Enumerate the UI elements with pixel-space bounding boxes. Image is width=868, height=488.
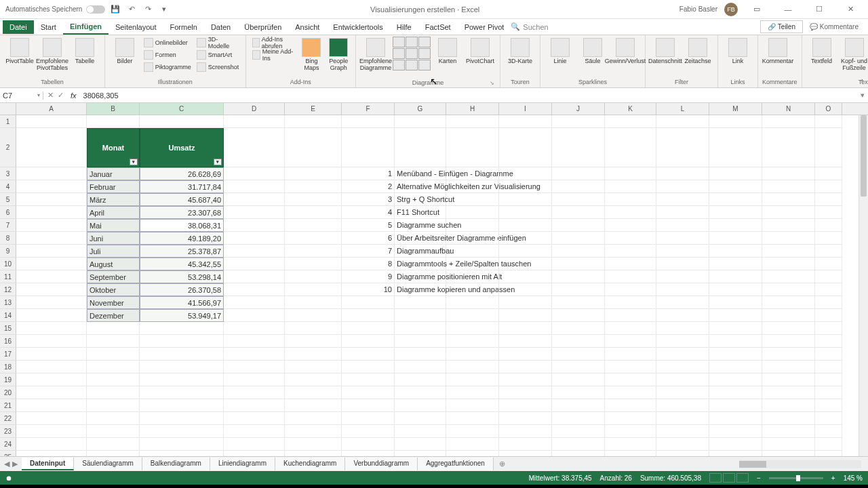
cell-O23[interactable]	[815, 425, 842, 438]
cell-N4[interactable]	[762, 180, 815, 193]
cell-M7[interactable]	[709, 219, 762, 232]
row-header-24[interactable]: 24	[0, 438, 16, 451]
cell-J25[interactable]	[552, 451, 605, 456]
cell-A18[interactable]	[16, 361, 87, 373]
diagramme-dialog-launcher[interactable]: ↘	[490, 80, 494, 86]
textfeld-button[interactable]: Textfeld	[806, 37, 837, 66]
cell-A21[interactable]	[16, 399, 87, 412]
row-header-12[interactable]: 12	[0, 283, 16, 296]
cell-C22[interactable]	[140, 412, 224, 425]
cell-H4[interactable]	[446, 180, 499, 193]
cell-A11[interactable]	[16, 270, 87, 283]
cell-N17[interactable]	[762, 348, 815, 361]
cell-N16[interactable]	[762, 335, 815, 348]
cell-N14[interactable]	[762, 309, 815, 322]
col-header-B[interactable]: B	[87, 103, 140, 115]
cell-O20[interactable]	[815, 386, 842, 399]
cell-M25[interactable]	[709, 451, 762, 456]
cell-L4[interactable]	[656, 180, 709, 193]
cell-C13[interactable]: 41.566,97	[140, 296, 224, 309]
cell-I3[interactable]	[499, 167, 552, 180]
cell-B2[interactable]: Monat▾	[87, 128, 140, 167]
cell-H19[interactable]	[446, 373, 499, 386]
cell-H14[interactable]	[446, 309, 499, 322]
cell-A8[interactable]	[16, 232, 87, 245]
cell-I19[interactable]	[499, 373, 552, 386]
cell-N9[interactable]	[762, 245, 815, 258]
tab-formeln[interactable]: Formeln	[163, 20, 204, 34]
cell-H17[interactable]	[446, 348, 499, 361]
cell-D10[interactable]	[224, 258, 285, 270]
tab-seitenlayout[interactable]: Seitenlayout	[108, 20, 163, 34]
view-pagelayout-icon[interactable]	[723, 473, 735, 483]
cell-C24[interactable]	[140, 438, 224, 451]
kommentar-button[interactable]: Kommentar	[762, 37, 793, 66]
cell-B3[interactable]: Januar	[87, 167, 140, 180]
cell-D3[interactable]	[224, 167, 285, 180]
cell-B18[interactable]	[87, 361, 140, 373]
col-header-E[interactable]: E	[285, 103, 342, 115]
cell-A23[interactable]	[16, 425, 87, 438]
cell-A6[interactable]	[16, 206, 87, 219]
chart-line-icon[interactable]	[406, 37, 418, 47]
cell-I14[interactable]	[499, 309, 552, 322]
cell-F10[interactable]: 8	[342, 258, 395, 270]
cell-D18[interactable]	[224, 361, 285, 373]
cell-F9[interactable]: 7	[342, 245, 395, 258]
3dmodelle-button[interactable]: 3D-Modelle	[195, 37, 241, 49]
cell-A17[interactable]	[16, 348, 87, 361]
cell-E14[interactable]	[285, 309, 342, 322]
cell-A20[interactable]	[16, 386, 87, 399]
cell-N3[interactable]	[762, 167, 815, 180]
cell-H23[interactable]	[446, 425, 499, 438]
row-header-14[interactable]: 14	[0, 309, 16, 322]
cell-M14[interactable]	[709, 309, 762, 322]
cell-G22[interactable]	[395, 412, 446, 425]
cell-N12[interactable]	[762, 283, 815, 296]
cell-B5[interactable]: März	[87, 193, 140, 206]
row-header-21[interactable]: 21	[0, 399, 16, 412]
cell-G9[interactable]: Diagrammaufbau	[395, 245, 446, 258]
chevron-down-icon[interactable]: ▾	[37, 92, 40, 98]
cell-F3[interactable]: 1	[342, 167, 395, 180]
cell-J6[interactable]	[552, 206, 605, 219]
cell-J2[interactable]	[552, 128, 605, 167]
tab-powerpivot[interactable]: Power Pivot	[458, 20, 511, 34]
formen-button[interactable]: Formen	[142, 49, 193, 61]
cell-O17[interactable]	[815, 348, 842, 361]
row-header-8[interactable]: 8	[0, 232, 16, 245]
row-header-15[interactable]: 15	[0, 322, 16, 335]
cell-H20[interactable]	[446, 386, 499, 399]
cell-I22[interactable]	[499, 412, 552, 425]
cell-K11[interactable]	[605, 270, 656, 283]
cell-L13[interactable]	[656, 296, 709, 309]
cell-O5[interactable]	[815, 193, 842, 206]
cell-D21[interactable]	[224, 399, 285, 412]
cell-O24[interactable]	[815, 438, 842, 451]
row-header-20[interactable]: 20	[0, 386, 16, 399]
cell-E23[interactable]	[285, 425, 342, 438]
row-header-2[interactable]: 2	[0, 128, 16, 167]
cell-M3[interactable]	[709, 167, 762, 180]
cell-D23[interactable]	[224, 425, 285, 438]
col-header-M[interactable]: M	[709, 103, 762, 115]
sheet-tab-aggregatfunktionen[interactable]: Aggregatfunktionen	[418, 458, 494, 470]
row-header-19[interactable]: 19	[0, 373, 16, 386]
cell-K5[interactable]	[605, 193, 656, 206]
col-header-K[interactable]: K	[605, 103, 656, 115]
zoom-in-icon[interactable]: +	[831, 474, 835, 482]
cell-H1[interactable]	[446, 115, 499, 128]
cell-F5[interactable]: 3	[342, 193, 395, 206]
cell-I13[interactable]	[499, 296, 552, 309]
cell-A22[interactable]	[16, 412, 87, 425]
people-graph-button[interactable]: People Graph	[326, 37, 351, 73]
row-header-4[interactable]: 4	[0, 180, 16, 193]
cell-C23[interactable]	[140, 425, 224, 438]
cell-N15[interactable]	[762, 322, 815, 335]
cell-C7[interactable]: 38.068,31	[140, 219, 224, 232]
cell-L12[interactable]	[656, 283, 709, 296]
cell-M1[interactable]	[709, 115, 762, 128]
cell-O18[interactable]	[815, 361, 842, 373]
cell-M15[interactable]	[709, 322, 762, 335]
cell-L5[interactable]	[656, 193, 709, 206]
